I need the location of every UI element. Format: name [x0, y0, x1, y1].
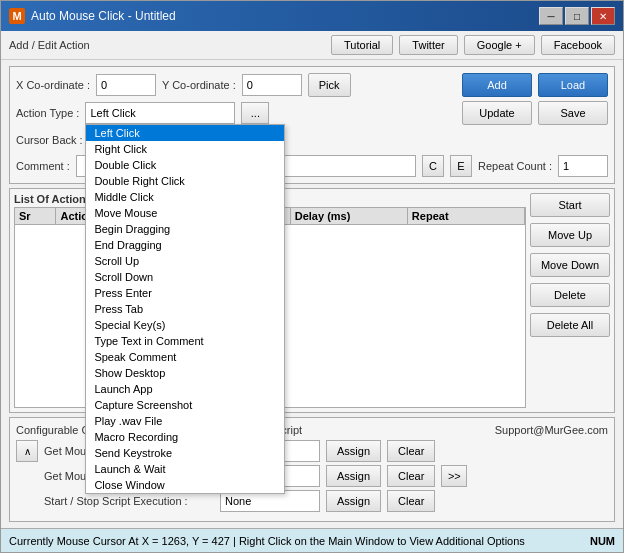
add-button[interactable]: Add — [462, 73, 532, 97]
start-button[interactable]: Start — [530, 193, 610, 217]
clear-button-1[interactable]: Clear — [387, 440, 435, 462]
clear-button-3[interactable]: Clear — [387, 490, 435, 512]
facebook-button[interactable]: Facebook — [541, 35, 615, 55]
action-type-row: Action Type : Left Click Right Click Dou… — [16, 101, 608, 125]
dropdown-list: Left Click Right Click Double Click Doub… — [85, 124, 285, 494]
col-sr: Sr — [15, 208, 56, 224]
y-coord-label: Y Co-ordinate : — [162, 79, 236, 91]
dropdown-item-scroll-up[interactable]: Scroll Up — [86, 253, 284, 269]
x-coord-input[interactable] — [96, 74, 156, 96]
dropdown-item-special-keys[interactable]: Special Key(s) — [86, 317, 284, 333]
dotdot-button[interactable]: ... — [241, 102, 269, 124]
dropdown-item-speak-comment[interactable]: Speak Comment — [86, 349, 284, 365]
delete-button[interactable]: Delete — [530, 283, 610, 307]
maximize-button[interactable]: □ — [565, 7, 589, 25]
google-button[interactable]: Google + — [464, 35, 535, 55]
twitter-button[interactable]: Twitter — [399, 35, 457, 55]
dropdown-item-move-mouse[interactable]: Move Mouse — [86, 205, 284, 221]
save-button[interactable]: Save — [538, 101, 608, 125]
col-delay: Delay (ms) — [291, 208, 408, 224]
side-buttons: Start Move Up Move Down Delete Delete Al… — [530, 193, 610, 408]
assign-button-1[interactable]: Assign — [326, 440, 381, 462]
status-bar: Currently Mouse Cursor At X = 1263, Y = … — [1, 528, 623, 552]
dropdown-item-launch-wait[interactable]: Launch & Wait — [86, 461, 284, 477]
dropdown-item-capture-screenshot[interactable]: Capture Screenshot — [86, 397, 284, 413]
dropdown-item-scroll-down[interactable]: Scroll Down — [86, 269, 284, 285]
comment-label: Comment : — [16, 160, 70, 172]
toolbar-buttons: Tutorial Twitter Google + Facebook — [331, 35, 615, 55]
pick-button[interactable]: Pick — [308, 73, 351, 97]
status-text: Currently Mouse Cursor At X = 1263, Y = … — [9, 535, 525, 547]
assign-button-3[interactable]: Assign — [326, 490, 381, 512]
c-button[interactable]: C — [422, 155, 444, 177]
title-bar: M Auto Mouse Click - Untitled ─ □ ✕ — [1, 1, 623, 31]
move-up-button[interactable]: Move Up — [530, 223, 610, 247]
y-coord-input[interactable] — [242, 74, 302, 96]
close-button[interactable]: ✕ — [591, 7, 615, 25]
dropdown-item-double-click[interactable]: Double Click — [86, 157, 284, 173]
dropdown-item-press-tab[interactable]: Press Tab — [86, 301, 284, 317]
x-coord-label: X Co-ordinate : — [16, 79, 90, 91]
coord-row: X Co-ordinate : Y Co-ordinate : Pick Add… — [16, 73, 608, 97]
repeat-count-label: Repeat Count : — [478, 160, 552, 172]
col-repeat: Repeat — [408, 208, 525, 224]
dropdown-item-right-click[interactable]: Right Click — [86, 141, 284, 157]
app-icon: M — [9, 8, 25, 24]
main-content: X Co-ordinate : Y Co-ordinate : Pick Add… — [1, 60, 623, 528]
support-text: Support@MurGee.com — [495, 424, 608, 436]
action-type-dropdown-container: Left Click Right Click Double Click Doub… — [85, 102, 235, 124]
dropdown-item-type-text[interactable]: Type Text in Comment — [86, 333, 284, 349]
dropdown-item-launch-app[interactable]: Launch App — [86, 381, 284, 397]
action-type-display[interactable]: Left Click — [85, 102, 235, 124]
dropdown-item-press-enter[interactable]: Press Enter — [86, 285, 284, 301]
scroll-up-button[interactable]: ∧ — [16, 440, 38, 462]
move-down-button[interactable]: Move Down — [530, 253, 610, 277]
delete-all-button[interactable]: Delete All — [530, 313, 610, 337]
action-type-label: Action Type : — [16, 107, 79, 119]
load-button[interactable]: Load — [538, 73, 608, 97]
e-button[interactable]: E — [450, 155, 472, 177]
dropdown-item-close-window[interactable]: Close Window — [86, 477, 284, 493]
dropdown-item-show-desktop[interactable]: Show Desktop — [86, 365, 284, 381]
dropdown-item-end-dragging[interactable]: End Dragging — [86, 237, 284, 253]
dropdown-item-double-right-click[interactable]: Double Right Click — [86, 173, 284, 189]
toolbar: Add / Edit Action Tutorial Twitter Googl… — [1, 31, 623, 60]
tutorial-button[interactable]: Tutorial — [331, 35, 393, 55]
num-indicator: NUM — [590, 535, 615, 547]
minimize-button[interactable]: ─ — [539, 7, 563, 25]
add-edit-label: Add / Edit Action — [9, 39, 90, 51]
dropdown-item-left-click[interactable]: Left Click — [86, 125, 284, 141]
dropdown-item-send-keystroke[interactable]: Send Keystroke — [86, 445, 284, 461]
assign-button-2[interactable]: Assign — [326, 465, 381, 487]
cursor-back-label: Cursor Back : — [16, 134, 83, 146]
dropdown-item-begin-dragging[interactable]: Begin Dragging — [86, 221, 284, 237]
dropdown-item-middle-click[interactable]: Middle Click — [86, 189, 284, 205]
window-title: Auto Mouse Click - Untitled — [31, 9, 539, 23]
dropdown-item-macro-recording[interactable]: Macro Recording — [86, 429, 284, 445]
clear-button-2[interactable]: Clear — [387, 465, 435, 487]
dropdown-item-play-wav[interactable]: Play .wav File — [86, 413, 284, 429]
shortcut-label-3: Start / Stop Script Execution : — [44, 495, 214, 507]
window-controls: ─ □ ✕ — [539, 7, 615, 25]
extra-button-2[interactable]: >> — [441, 465, 467, 487]
main-window: M Auto Mouse Click - Untitled ─ □ ✕ Add … — [0, 0, 624, 553]
add-edit-section: X Co-ordinate : Y Co-ordinate : Pick Add… — [9, 66, 615, 184]
update-button[interactable]: Update — [462, 101, 532, 125]
repeat-count-input[interactable] — [558, 155, 608, 177]
